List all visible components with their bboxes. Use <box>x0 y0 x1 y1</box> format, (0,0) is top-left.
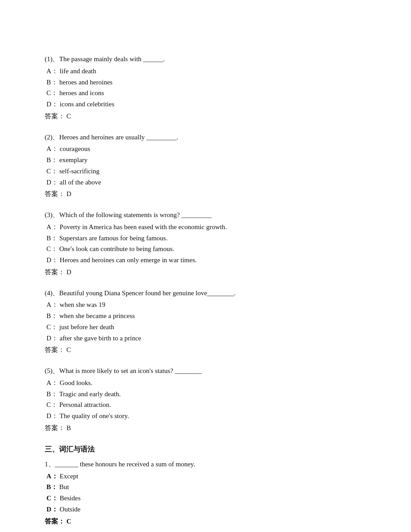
option-q4-0: A： when she was 19 <box>46 299 366 310</box>
sub-option-s1-3: D： Outside <box>46 504 366 515</box>
question-text-q2: (2)、Heroes and heroines are usually ____… <box>45 132 366 143</box>
option-q3-1: B： Superstars are famous for being famou… <box>46 233 366 244</box>
option-q5-3: D： The quality of one's story. <box>46 411 366 422</box>
sub-question-block-s1: 1、_______ these honours he received a su… <box>45 459 366 527</box>
section3-header: 三、词汇与语法 <box>45 444 366 455</box>
option-q4-3: D： after she gave birth to a prince <box>46 333 366 344</box>
answer-q3: 答案： D <box>45 267 366 278</box>
option-q3-3: D： Heroes and heroines can only emerge i… <box>46 255 366 266</box>
question-block-q1: (1)、The passage mainly deals with ______… <box>45 54 366 122</box>
option-q1-2: C： heroes and icons <box>46 88 366 99</box>
question-text-q4: (4)、Beautiful young Diana Spencer found … <box>45 288 366 299</box>
question-block-q5: (5)、What is more likely to set an icon's… <box>45 365 366 434</box>
option-q4-2: C： just before her death <box>46 322 366 333</box>
option-q2-0: A： courageous <box>46 143 366 155</box>
question-block-q4: (4)、Beautiful young Diana Spencer found … <box>45 288 366 356</box>
question-text-q5: (5)、What is more likely to set an icon's… <box>45 365 366 377</box>
sub-question-text-s1: 1、_______ these honours he received a su… <box>45 459 366 470</box>
option-q1-1: B： heroes and heroines <box>46 77 366 88</box>
option-q5-1: B： Tragic and early death. <box>46 389 366 400</box>
answer-q4: 答案： C <box>45 344 366 356</box>
option-q1-0: A： life and death <box>46 66 366 77</box>
questions-container: (1)、The passage mainly deals with ______… <box>45 54 366 434</box>
answer-q2: 答案： D <box>45 189 366 200</box>
option-q2-1: B： exemplary <box>46 155 366 166</box>
answer-q1: 答案： C <box>45 111 366 122</box>
option-q3-2: C： One's look can contribute to being fa… <box>46 243 366 255</box>
section3-container: 三、词汇与语法1、_______ these honours he receiv… <box>45 444 366 532</box>
option-q1-3: D： icons and celebrities <box>46 99 366 110</box>
option-q5-2: C： Personal attraction. <box>46 399 366 411</box>
option-q4-1: B： when she became a princess <box>46 310 366 322</box>
sub-option-s1-1: B： But <box>46 482 366 493</box>
sub-answer-s1: 答案： C <box>45 516 366 527</box>
option-q3-0: A： Poverty in America has been eased wit… <box>46 222 366 233</box>
question-block-q3: (3)、Which of the following statements is… <box>45 209 366 278</box>
option-q5-0: A： Good looks. <box>46 377 366 389</box>
sub-option-s1-2: C： Besides <box>46 493 366 504</box>
question-text-q1: (1)、The passage mainly deals with ______… <box>45 54 366 65</box>
sub-option-s1-0: A： Except <box>46 471 366 482</box>
question-block-q2: (2)、Heroes and heroines are usually ____… <box>45 132 366 200</box>
option-q2-3: D： all of the above <box>46 177 366 188</box>
question-text-q3: (3)、Which of the following statements is… <box>45 209 366 221</box>
option-q2-2: C： self-sacrificing <box>46 166 366 177</box>
answer-q5: 答案： B <box>45 423 366 434</box>
